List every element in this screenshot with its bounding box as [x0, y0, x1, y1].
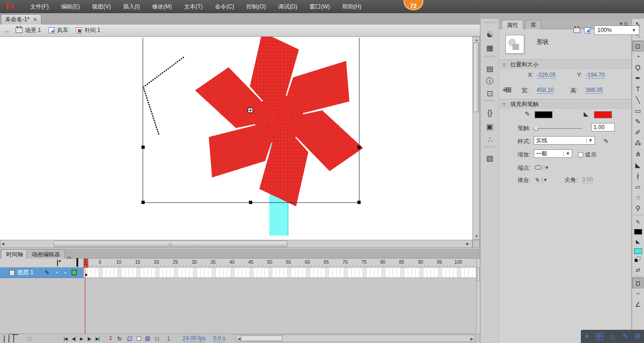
fill-color-swatch[interactable]	[594, 111, 612, 118]
stage-canvas[interactable]	[0, 37, 472, 240]
modify-markers-button[interactable]: [·]	[154, 336, 160, 341]
onion-skin-button[interactable]	[128, 336, 132, 341]
black-white-button[interactable]	[632, 255, 644, 264]
tab-properties[interactable]: 属性	[502, 20, 523, 29]
edit-symbol-button[interactable]	[584, 27, 590, 33]
color-panel-icon[interactable]: ☯	[483, 29, 496, 41]
zoom-tool[interactable]: ⚲	[632, 203, 644, 214]
transform-panel-icon[interactable]: ⊡	[483, 88, 496, 99]
eyedropper-tool[interactable]: ∤	[632, 171, 644, 181]
stroke-scale-select[interactable]: 一般 ▼	[534, 149, 572, 158]
chinese-mode-icon[interactable]: 中	[596, 333, 603, 340]
fill-color-bucket-icon[interactable]: ◣	[632, 236, 644, 246]
timeline-vscroll-thumb[interactable]	[477, 267, 479, 281]
breadcrumb-tween[interactable]: 补间 1	[76, 26, 100, 34]
handwriting-icon[interactable]: ✎	[622, 332, 628, 341]
goto-first-frame-button[interactable]: |◀	[62, 336, 68, 341]
menu-item-10[interactable]: 帮助(H)	[336, 0, 368, 13]
rectangle-tool[interactable]: ▭	[632, 106, 644, 116]
goto-last-frame-button[interactable]: ▶|	[94, 336, 100, 341]
scroll-left-icon[interactable]: ◀	[1, 242, 4, 246]
timeline-vertical-scrollbar[interactable]	[476, 259, 480, 334]
step-forward-button[interactable]: |▶	[86, 336, 92, 341]
stage-vertical-scrollbar-thumb[interactable]	[473, 42, 479, 112]
slider-thumb[interactable]	[534, 126, 538, 131]
pencil-tool[interactable]: ✎	[632, 116, 644, 127]
scroll-down-icon[interactable]: ▼	[475, 234, 479, 238]
section-fill-stroke[interactable]: ▽ 填充和笔触	[499, 99, 631, 108]
edit-scene-button[interactable]	[573, 28, 580, 33]
panel-resize-grip[interactable]: |||	[27, 336, 32, 341]
code-snippets-panel-icon[interactable]: {}	[483, 107, 496, 119]
elapsed-time-indicator[interactable]: 0.0 s	[213, 335, 225, 342]
layer-lock-dot[interactable]: •	[65, 270, 66, 275]
layer-name[interactable]: 图层 1	[17, 269, 33, 277]
breadcrumb-symbol[interactable]: 风车	[49, 26, 68, 34]
stroke-color-pencil-icon[interactable]: ✎	[632, 216, 644, 227]
text-tool[interactable]: T	[632, 84, 644, 95]
panel-gripper[interactable]	[484, 22, 495, 23]
timeline-horizontal-scrollbar[interactable]: ◀ ▶	[236, 335, 475, 342]
section-position-size[interactable]: ▽ 位置和大小	[499, 59, 631, 69]
delete-layer-button[interactable]	[13, 335, 14, 342]
layer-row[interactable]: 图层 1 ✎ • •	[0, 268, 83, 278]
smooth-button[interactable]: ~	[632, 288, 644, 299]
timeline-ruler[interactable]: 1 51015202530354045505560657075808590951…	[84, 259, 476, 268]
swap-colors-button[interactable]: ⇄	[632, 264, 644, 275]
center-frame-button[interactable]: ↧	[107, 335, 114, 342]
onion-skin-outlines-button[interactable]	[137, 336, 141, 341]
scroll-left-icon[interactable]: ◀	[238, 337, 240, 341]
y-value[interactable]: -194.70	[586, 72, 605, 79]
tab-motion-editor[interactable]: 动画编辑器	[26, 249, 65, 259]
straighten-button[interactable]: ∠	[632, 299, 644, 310]
emoji-icon[interactable]: ☺	[609, 333, 616, 341]
stroke-color-swatch[interactable]	[632, 227, 644, 236]
pinwheel-shape[interactable]	[189, 37, 369, 206]
step-back-button[interactable]: ◀|	[70, 336, 76, 341]
motion-presets-panel-icon[interactable]: ∴	[483, 134, 496, 146]
3d-rotation-tool[interactable]: ◔	[632, 51, 644, 62]
hand-tool[interactable]: ☝	[632, 192, 644, 203]
menu-item-4[interactable]: 修改(M)	[146, 0, 178, 13]
show-layers-as-outlines-button[interactable]	[76, 259, 78, 266]
menu-item-0[interactable]: 文件(F)	[24, 0, 55, 13]
paint-bucket-tool[interactable]: ◣	[632, 160, 644, 171]
tab-timeline[interactable]: 时间轴	[1, 249, 28, 259]
miter-value[interactable]: 3.00	[582, 176, 593, 183]
stroke-style-select[interactable]: 实线 ▼	[534, 136, 595, 145]
height-value[interactable]: 389.35	[586, 87, 603, 94]
scroll-right-icon[interactable]: ▶	[471, 337, 473, 341]
menu-item-6[interactable]: 命令(C)	[209, 0, 240, 13]
scroll-up-icon[interactable]: ▲	[475, 38, 479, 42]
frame-rate-indicator[interactable]: 24.00 fps	[182, 335, 206, 342]
breadcrumb-scene[interactable]: 场景 1	[16, 26, 41, 34]
layer-visibility-dot[interactable]: •	[56, 270, 58, 275]
settings-gear-icon[interactable]: ⚙	[635, 332, 641, 341]
play-button[interactable]: ▶	[79, 336, 84, 341]
close-tab-icon[interactable]: ✕	[33, 17, 37, 22]
menu-item-2[interactable]: 视图(V)	[86, 0, 117, 13]
deco-tool[interactable]: ⁂	[632, 138, 644, 149]
edit-stroke-style-icon[interactable]: ✎	[603, 138, 609, 145]
pen-tool[interactable]: ✒	[632, 73, 644, 84]
stroke-color-swatch[interactable]	[535, 111, 553, 118]
lasso-tool[interactable]: Ϙ	[632, 62, 644, 73]
timeline-hscroll-thumb[interactable]	[241, 335, 282, 341]
panel-gripper[interactable]	[484, 56, 495, 57]
fill-color-swatch[interactable]	[632, 246, 644, 255]
snap-to-objects-button[interactable]: Ω	[632, 278, 644, 288]
scroll-right-icon[interactable]: ▶	[466, 242, 469, 246]
frames-row[interactable]	[84, 268, 476, 278]
menu-item-9[interactable]: 窗口(W)	[304, 0, 336, 13]
bent-line-shape[interactable]	[143, 57, 184, 135]
edit-multiple-frames-button[interactable]	[146, 336, 150, 341]
stroke-weight-slider[interactable]	[535, 128, 582, 129]
stroke-weight-input[interactable]: 1.00	[591, 123, 615, 131]
show-hide-all-layers-button[interactable]	[57, 260, 58, 266]
document-tab[interactable]: 未命名-1* ✕	[1, 14, 41, 24]
back-arrow-icon[interactable]: ←	[4, 26, 11, 34]
playhead-line[interactable]	[85, 259, 85, 334]
menu-item-7[interactable]: 控制(O)	[240, 0, 272, 13]
panel-gripper[interactable]	[484, 100, 495, 101]
hint-checkbox[interactable]: 提示	[578, 151, 596, 159]
